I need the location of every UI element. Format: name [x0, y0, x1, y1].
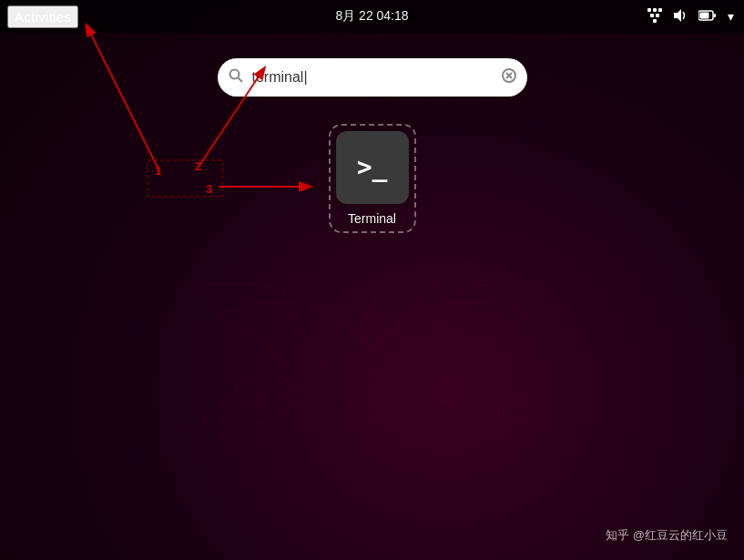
app-grid: >_ Terminal — [329, 124, 416, 233]
volume-icon[interactable] — [670, 6, 690, 27]
top-bar: Activities 8月 22 04:18 — [0, 0, 744, 33]
content-area: >_ Terminal — [0, 33, 744, 560]
battery-icon[interactable] — [696, 7, 719, 25]
search-icon — [229, 68, 243, 87]
svg-rect-1 — [647, 8, 651, 12]
activities-button[interactable]: Activities — [7, 5, 78, 28]
search-input[interactable] — [218, 58, 527, 97]
svg-rect-9 — [714, 14, 717, 17]
system-menu-arrow[interactable]: ▾ — [725, 7, 737, 25]
svg-marker-7 — [674, 9, 681, 22]
terminal-icon-text: >_ — [357, 155, 388, 180]
svg-rect-10 — [700, 13, 709, 19]
system-tray: ▾ — [643, 6, 737, 27]
svg-line-12 — [238, 78, 242, 83]
network-icon[interactable] — [643, 6, 665, 27]
svg-rect-2 — [653, 8, 657, 12]
svg-rect-3 — [658, 8, 662, 12]
svg-point-11 — [229, 70, 239, 79]
search-clear-button[interactable] — [502, 68, 516, 87]
svg-rect-4 — [650, 14, 654, 17]
search-container — [218, 58, 527, 97]
terminal-app-label: Terminal — [348, 211, 396, 226]
svg-rect-5 — [656, 14, 659, 17]
terminal-app-item[interactable]: >_ Terminal — [329, 124, 416, 233]
terminal-app-icon: >_ — [336, 131, 409, 204]
datetime-display: 8月 22 04:18 — [335, 8, 408, 25]
watermark: 知乎 @红豆云的红小豆 — [606, 527, 728, 544]
svg-rect-6 — [653, 19, 657, 23]
